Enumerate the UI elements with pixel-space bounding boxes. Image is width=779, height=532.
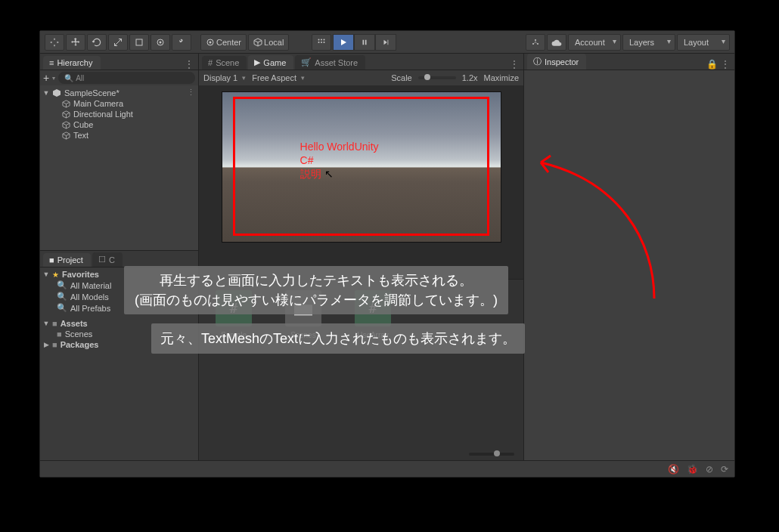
asset-size-slider[interactable]: [469, 453, 514, 456]
favorites-label: Favorites: [62, 270, 99, 279]
svg-point-11: [535, 39, 536, 41]
tab-asset-store[interactable]: 🛒 Asset Store: [295, 55, 365, 70]
status-icon-mute[interactable]: 🔇: [668, 464, 679, 475]
game-tab-label: Game: [263, 58, 286, 67]
tab-project[interactable]: ■ Project: [43, 253, 91, 267]
tab-game[interactable]: ▶ Game: [248, 55, 293, 70]
maximize-button[interactable]: Maximize: [484, 73, 519, 82]
hierarchy-item-label: Main Camera: [73, 99, 123, 108]
status-icon-cache[interactable]: ⊘: [706, 464, 713, 475]
annotation-callout-1: 再生すると画面に入力したテキストも表示される。 (画面のものは見やすい様にパラメ…: [124, 266, 508, 314]
scene-name: SampleScene*: [64, 88, 119, 97]
hierarchy-search-input[interactable]: 🔍 All: [58, 72, 195, 84]
tab-scene[interactable]: # Scene: [202, 56, 247, 70]
annotation-callout-2: 元々、TextMeshのTextに入力されたものも表示されます。: [151, 323, 525, 354]
game-icon: ▶: [254, 57, 260, 67]
pause-button[interactable]: [354, 34, 375, 51]
local-label: Local: [264, 38, 284, 47]
scale-slider[interactable]: [418, 76, 456, 79]
rotate-tool-button[interactable]: [87, 34, 107, 51]
tab-console[interactable]: ☐ C: [92, 252, 123, 267]
collab-button[interactable]: [526, 34, 545, 51]
scale-tool-button[interactable]: [108, 34, 128, 51]
svg-point-7: [324, 39, 325, 40]
assetstore-tab-label: Asset Store: [315, 58, 358, 67]
folder-icon: ■: [49, 255, 54, 264]
display-label: Display 1: [203, 73, 237, 82]
layout-label: Layout: [684, 38, 709, 47]
layers-dropdown[interactable]: Layers: [622, 34, 675, 51]
transform-tool-button[interactable]: [151, 34, 170, 51]
fav-item-label: All Prefabs: [70, 304, 110, 313]
custom-tool-button[interactable]: [172, 34, 191, 51]
hierarchy-tabs: ≡ Hierarchy ⋮: [40, 54, 198, 70]
panel-menu-icon[interactable]: ⋮: [185, 59, 194, 70]
game-text-line: Hello WorldUnity: [300, 140, 379, 153]
account-dropdown[interactable]: Account: [568, 34, 621, 51]
game-text-line: 説明: [300, 167, 379, 181]
scene-icon: #: [208, 58, 213, 67]
step-button[interactable]: [375, 34, 396, 51]
inspector-tab-label: Inspector: [545, 57, 579, 66]
move-tool-button[interactable]: [66, 34, 85, 51]
game-viewport: Hello WorldUnity C# 説明 ↖: [199, 85, 523, 279]
account-label: Account: [575, 38, 605, 47]
hand-tool-button[interactable]: [45, 34, 64, 51]
unity-logo-icon: [52, 88, 61, 97]
gameobject-icon: [61, 131, 70, 140]
local-icon: [253, 38, 262, 47]
play-button[interactable]: [333, 34, 354, 51]
hierarchy-item-label: Text: [73, 131, 88, 140]
status-icon-refresh[interactable]: ⟳: [721, 464, 728, 475]
panel-menu-icon[interactable]: ⋮: [505, 59, 523, 70]
layers-label: Layers: [629, 38, 654, 47]
gameobject-icon: [61, 110, 70, 119]
svg-point-2: [160, 41, 162, 43]
hierarchy-tab-label: Hierarchy: [57, 58, 92, 67]
tab-hierarchy[interactable]: ≡ Hierarchy: [43, 56, 101, 70]
hierarchy-item[interactable]: Cube: [40, 119, 198, 130]
folder-icon: ■: [52, 340, 57, 349]
hierarchy-scene-row[interactable]: ▼ SampleScene* ⋮: [40, 87, 198, 98]
scale-value: 1.2x: [462, 73, 478, 82]
svg-rect-0: [136, 39, 142, 45]
console-tab-label: C: [109, 255, 115, 264]
svg-point-5: [318, 39, 320, 40]
asset-store-icon: 🛒: [301, 57, 312, 67]
svg-point-9: [321, 42, 322, 43]
scale-label: Scale: [391, 73, 412, 82]
center-icon: [206, 38, 215, 47]
lock-icon[interactable]: 🔒: [706, 59, 718, 70]
scene-tab-label: Scene: [216, 58, 239, 67]
callout-line: 再生すると画面に入力したテキストも表示される。: [160, 273, 473, 288]
hierarchy-item[interactable]: Main Camera: [40, 98, 198, 109]
project-tab-label: Project: [57, 255, 83, 264]
layout-dropdown[interactable]: Layout: [677, 34, 730, 51]
svg-point-4: [209, 41, 212, 43]
aspect-dropdown[interactable]: Free Aspect: [252, 73, 343, 82]
scene-menu-icon[interactable]: ⋮: [187, 88, 195, 97]
mouse-cursor-icon: ↖: [324, 168, 334, 180]
panel-menu-icon[interactable]: ⋮: [721, 59, 730, 70]
display-dropdown[interactable]: Display 1: [203, 73, 246, 82]
hierarchy-add-button[interactable]: +: [43, 72, 49, 84]
aspect-label: Free Aspect: [252, 73, 296, 82]
hierarchy-item[interactable]: Directional Light: [40, 109, 198, 119]
pivot-center-button[interactable]: Center: [200, 34, 247, 51]
assets-label: Assets: [61, 319, 88, 328]
gameobject-icon: [61, 99, 70, 108]
rect-tool-button[interactable]: [129, 34, 149, 51]
game-text-line: C#: [300, 153, 379, 167]
folder-icon: ■: [57, 329, 62, 339]
hierarchy-item[interactable]: Text: [40, 130, 198, 141]
center-tabs: # Scene ▶ Game 🛒 Asset Store ⋮: [199, 54, 523, 70]
packages-label: Packages: [61, 340, 99, 349]
center-label: Center: [216, 38, 241, 47]
info-icon: ⓘ: [533, 56, 542, 67]
tab-inspector[interactable]: ⓘ Inspector: [527, 54, 586, 70]
snap-button[interactable]: [312, 34, 331, 51]
cloud-button[interactable]: [547, 34, 566, 51]
status-icon-debugger[interactable]: 🐞: [687, 464, 698, 475]
pivot-local-button[interactable]: Local: [248, 34, 289, 51]
svg-point-8: [318, 42, 320, 43]
